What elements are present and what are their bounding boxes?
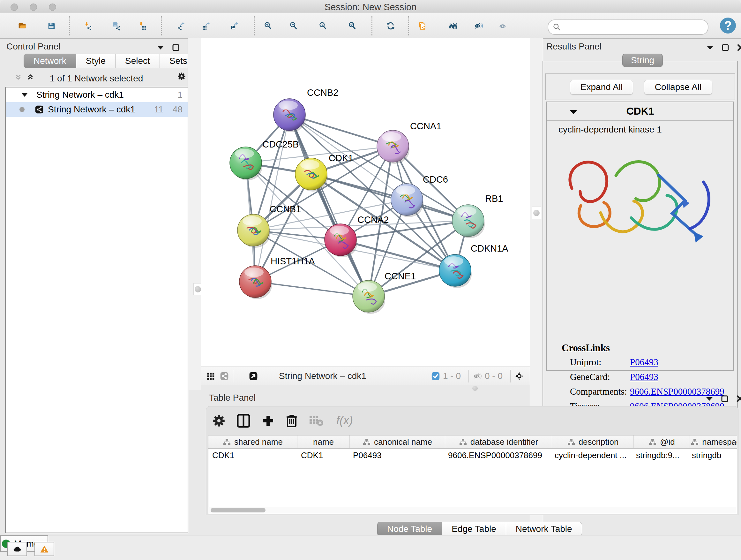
network-tree: String Network – cdk1 1 String Network –… — [5, 87, 188, 533]
network-share-icon — [35, 105, 44, 114]
string-home-button[interactable] — [444, 17, 462, 35]
import-network-button[interactable] — [78, 17, 97, 35]
tab-style[interactable]: Style — [76, 54, 116, 68]
panel-float-icon[interactable] — [172, 44, 180, 52]
refresh-icon — [387, 22, 395, 30]
gear-icon[interactable] — [212, 417, 225, 425]
tab-string[interactable]: String — [622, 54, 663, 67]
table-horizontal-scrollbar[interactable] — [208, 507, 737, 513]
save-button[interactable] — [42, 17, 61, 35]
export-table-button[interactable] — [197, 17, 215, 35]
column-header-description[interactable]: description — [552, 435, 634, 448]
gene-description: cyclin-dependent kinase 1 — [558, 125, 662, 135]
table-row[interactable]: CDK1CDK1P064939606.ENSP00000378699cyclin… — [208, 449, 737, 462]
network-node-RB1[interactable]: RB1 — [452, 193, 503, 238]
cell-canonicalname[interactable]: P06493 — [349, 449, 444, 462]
tab-network-table[interactable]: Network Table — [506, 522, 582, 537]
tab-edge-table[interactable]: Edge Table — [442, 522, 506, 537]
node-table[interactable]: shared namenamecanonical namedatabase id… — [208, 435, 737, 514]
right-splitter-handle[interactable] — [532, 206, 541, 219]
show-eye-button[interactable] — [494, 17, 512, 35]
crosslink-uniprot-link[interactable]: P06493 — [630, 357, 658, 368]
network-row[interactable]: String Network – cdk1 11 48 — [6, 102, 188, 117]
cell-sharedname[interactable]: CDK1 — [208, 449, 297, 462]
node-count: 11 — [154, 105, 163, 115]
share-view-icon[interactable] — [220, 372, 228, 380]
copy-network-button[interactable] — [413, 17, 432, 35]
panel-menu-caret-icon[interactable] — [706, 44, 714, 52]
tab-network[interactable]: Network — [23, 54, 76, 68]
cell-databaseidentifier[interactable]: 9606.ENSP00000378699 — [444, 449, 551, 462]
grid-view-icon[interactable] — [207, 372, 215, 380]
network-node-HIST1H1A[interactable]: HIST1H1A — [239, 256, 315, 299]
status-bar: Memory — [0, 535, 741, 560]
export-image-button[interactable] — [225, 17, 244, 35]
collapse-all-button[interactable]: Collapse All — [644, 80, 712, 95]
network-node-CCNE1[interactable]: CCNE1 — [353, 271, 416, 314]
network-node-CCNA1[interactable]: CCNA1 — [377, 121, 441, 164]
crosshair-move-icon[interactable] — [515, 372, 523, 380]
table-toolbar: f(x) — [212, 409, 355, 433]
panel-float-icon[interactable] — [721, 44, 730, 52]
network-node-CDC25B[interactable]: CDC25B — [230, 139, 299, 180]
cell-namespace[interactable]: stringdb — [688, 449, 737, 462]
crosslink-genecard-link[interactable]: P06493 — [630, 372, 658, 382]
network-selector-bar: 1 of 1 Network selected — [5, 70, 188, 87]
import-table-button[interactable] — [133, 17, 151, 35]
import-database-button[interactable] — [107, 17, 125, 35]
cell-description[interactable]: cyclin-dependent ... — [551, 449, 632, 462]
selected-checkbox-icon[interactable] — [431, 372, 440, 380]
network-node-CCNB2[interactable]: CCNB2 — [273, 87, 338, 132]
network-node-CDK1[interactable]: CDK1 — [295, 153, 353, 192]
toolbar-separator — [372, 16, 373, 36]
left-splitter[interactable] — [188, 38, 201, 390]
network-node-CDKN1A[interactable]: CDKN1A — [439, 243, 509, 288]
hide-eye-button[interactable] — [469, 17, 488, 35]
column-header-sharedname[interactable]: shared name — [208, 435, 297, 448]
refresh-button[interactable] — [381, 17, 400, 35]
network-collection-row[interactable]: String Network – cdk1 1 — [6, 87, 188, 102]
column-header-name[interactable]: name — [297, 435, 350, 448]
help-icon[interactable]: ? — [720, 17, 736, 34]
add-column-icon[interactable] — [262, 417, 274, 425]
panel-menu-caret-icon[interactable] — [705, 395, 714, 403]
panel-close-icon[interactable] — [737, 44, 741, 52]
open-folder-button[interactable] — [13, 17, 31, 35]
zoom-fit-button[interactable] — [314, 17, 332, 35]
zoom-in-button[interactable] — [259, 17, 277, 35]
cell-id[interactable]: stringdb:9... — [632, 449, 688, 462]
cloud-button[interactable] — [7, 542, 27, 556]
column-header-databaseidentifier[interactable]: database identifier — [445, 435, 552, 448]
result-card-header[interactable]: CDK1 — [547, 102, 733, 121]
open-folder-icon — [18, 22, 26, 30]
tab-node-table[interactable]: Node Table — [377, 522, 442, 537]
column-header-canonicalname[interactable]: canonical name — [350, 435, 445, 448]
columns-icon[interactable] — [237, 417, 250, 425]
warning-button[interactable] — [35, 542, 54, 556]
zoom-out-button[interactable] — [284, 17, 303, 35]
network-node-CCNB1[interactable]: CCNB1 — [238, 204, 301, 248]
cdk1-result-card: CDK1 cyclin-dependent kinase 1 CrossLink… — [546, 102, 734, 371]
expand-all-button[interactable]: Expand All — [570, 80, 633, 95]
copy-network-icon — [418, 22, 427, 30]
column-header-namespace[interactable]: namespace — [690, 435, 737, 448]
panel-float-icon[interactable] — [721, 395, 729, 403]
export-network-button[interactable] — [172, 17, 191, 35]
panel-menu-caret-icon[interactable] — [156, 44, 165, 52]
network-view-canvas[interactable]: CCNB2 CCNA1 CDC25B CDK1 CDC6 — [201, 38, 530, 367]
search-box[interactable] — [548, 19, 709, 35]
panel-close-icon[interactable] — [736, 395, 741, 403]
cell-name[interactable]: CDK1 — [297, 449, 349, 462]
zoom-selected-button[interactable] — [343, 17, 361, 35]
scrollbar-thumb[interactable] — [211, 508, 266, 512]
tab-select[interactable]: Select — [116, 54, 160, 68]
tree-expand-caret-icon[interactable] — [20, 91, 29, 99]
gear-icon[interactable] — [178, 72, 186, 80]
edge-count: 48 — [173, 105, 183, 115]
hidden-eye-icon[interactable] — [473, 372, 482, 380]
search-input[interactable] — [561, 22, 696, 33]
control-panel-title: Control Panel — [6, 42, 61, 52]
birdseye-view-icon[interactable] — [249, 372, 258, 380]
delete-column-icon[interactable] — [286, 417, 297, 425]
column-header-id[interactable]: @id — [634, 435, 690, 448]
